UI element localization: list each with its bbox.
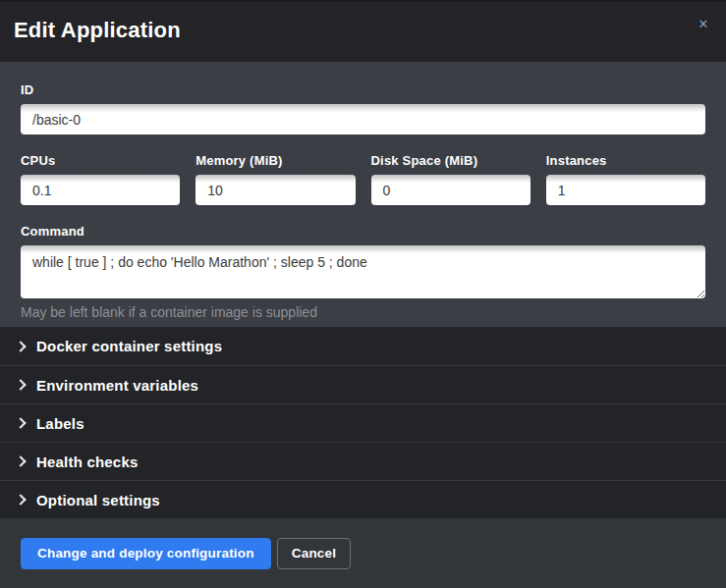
cpus-input[interactable] — [21, 175, 180, 205]
section-label: Environment variables — [36, 377, 198, 394]
section-label: Docker container settings — [36, 338, 222, 354]
page-title: Edit Application — [14, 18, 710, 43]
id-field-group: ID — [21, 82, 705, 134]
cancel-button[interactable]: Cancel — [277, 538, 351, 569]
disk-input[interactable] — [371, 175, 531, 205]
section-docker-container-settings[interactable]: Docker container settings — [0, 327, 726, 365]
command-help-text: May be left blank if a container image i… — [21, 304, 705, 320]
instances-label: Instances — [546, 153, 705, 168]
instances-field-group: Instances — [546, 153, 705, 205]
application-form: ID CPUs Memory (MiB) Disk Space (MiB) In… — [0, 62, 726, 327]
disk-field-group: Disk Space (MiB) — [371, 153, 531, 205]
section-labels[interactable]: Labels — [0, 403, 726, 442]
section-label: Optional settings — [36, 492, 160, 508]
memory-field-group: Memory (MiB) — [195, 153, 355, 205]
instances-input[interactable] — [546, 175, 705, 205]
section-health-checks[interactable]: Health checks — [0, 442, 726, 480]
cpus-label: CPUs — [21, 153, 180, 168]
resources-row: CPUs Memory (MiB) Disk Space (MiB) Insta… — [21, 153, 705, 205]
command-label: Command — [21, 224, 705, 239]
section-optional-settings[interactable]: Optional settings — [0, 480, 726, 518]
edit-application-modal: Edit Application ✕ ID CPUs Memory (MiB) … — [0, 0, 726, 588]
id-label: ID — [21, 82, 705, 97]
section-label: Health checks — [36, 454, 138, 470]
chevron-right-icon — [15, 417, 26, 428]
close-icon[interactable]: ✕ — [693, 14, 714, 35]
id-input[interactable] — [21, 104, 705, 134]
section-label: Labels — [36, 415, 84, 432]
modal-header: Edit Application ✕ — [0, 2, 726, 62]
chevron-right-icon — [15, 494, 26, 505]
chevron-right-icon — [15, 341, 26, 351]
change-and-deploy-button[interactable]: Change and deploy configuration — [21, 538, 271, 569]
chevron-right-icon — [15, 379, 26, 390]
settings-accordion: Docker container settings Environment va… — [0, 327, 726, 518]
modal-footer: Change and deploy configuration Cancel — [0, 518, 726, 588]
section-environment-variables[interactable]: Environment variables — [0, 365, 726, 403]
command-field-group: Command while [ true ] ; do echo 'Hello … — [21, 224, 705, 320]
cpus-field-group: CPUs — [21, 153, 180, 205]
memory-label: Memory (MiB) — [195, 153, 355, 168]
memory-input[interactable] — [195, 175, 355, 205]
disk-label: Disk Space (MiB) — [371, 153, 531, 168]
chevron-right-icon — [15, 455, 26, 466]
command-textarea[interactable]: while [ true ] ; do echo 'Hello Marathon… — [21, 245, 705, 298]
